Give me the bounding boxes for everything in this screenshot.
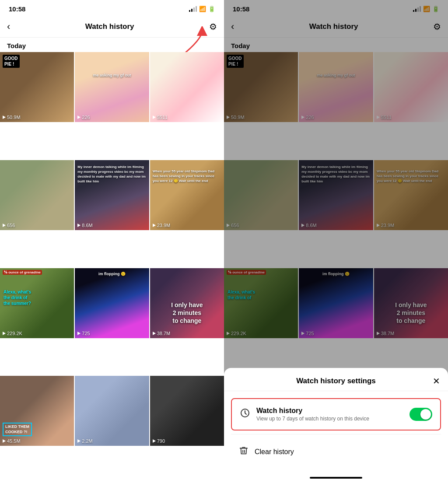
cyan-text-7: Alexa, what'sthe drink ofthe summer? xyxy=(4,289,31,306)
video-cell-9[interactable]: I only have2 minutesto change 38.7M xyxy=(150,268,224,338)
play-icon-1 xyxy=(3,116,6,119)
play-icon-9 xyxy=(153,332,156,335)
thumb-12 xyxy=(150,376,224,446)
modal-close-button[interactable]: ✕ xyxy=(433,377,440,385)
signal-icon-right xyxy=(413,6,421,12)
play-count-4: 656 xyxy=(3,223,15,228)
page-title-right: Watch history xyxy=(309,22,358,31)
top-badge-7: ⅔ ounce of grenadine xyxy=(3,270,42,275)
play-icon-11 xyxy=(77,439,80,443)
play-count-2: 226 xyxy=(77,115,90,120)
play-icon-5 xyxy=(77,224,80,227)
play-icon-7 xyxy=(3,332,6,335)
nav-header-left: ‹ Watch history ⚙ xyxy=(0,16,224,38)
play-icon-10 xyxy=(3,439,6,443)
clear-history-label: Clear history xyxy=(255,448,294,456)
play-count-1: 50.9M xyxy=(3,115,21,120)
video-cell-r9: I only have2 minutesto change 38.7M xyxy=(374,268,448,338)
toggle-knob xyxy=(420,409,431,420)
video-cell-3[interactable]: 5511 xyxy=(150,52,224,122)
thumb-10: LIKED THEMCOOKED ?! xyxy=(0,376,74,446)
modal-title: Watch history settings xyxy=(296,377,376,385)
video-cell-r8: im flopping 🙂 725 xyxy=(299,268,373,338)
play-count-8: 725 xyxy=(77,331,90,336)
video-cell-4[interactable]: 656 xyxy=(0,160,74,230)
play-icon-12 xyxy=(153,439,156,443)
thumb-11 xyxy=(75,376,149,446)
home-indicator xyxy=(310,477,362,479)
watch-history-settings-modal: Watch history settings ✕ Watch history V… xyxy=(224,368,448,483)
big-text-9: I only have2 minutesto change xyxy=(171,301,203,325)
back-button-right[interactable]: ‹ xyxy=(231,22,234,32)
signal-icon-left xyxy=(189,6,197,12)
gear-button-right[interactable]: ⚙ xyxy=(433,21,441,32)
thumb-3 xyxy=(150,52,224,122)
gear-button-left[interactable]: ⚙ xyxy=(209,21,217,32)
watch-history-text: Watch history View up to 7 days of watch… xyxy=(256,407,410,422)
play-icon-2 xyxy=(77,116,80,119)
thumb-6: When your 55 year old Stepmom Dad has be… xyxy=(150,160,224,230)
back-button-left[interactable]: ‹ xyxy=(7,22,10,32)
watch-history-toggle[interactable] xyxy=(410,408,432,421)
thumb-9: I only have2 minutesto change xyxy=(150,268,224,338)
modal-header: Watch history settings ✕ xyxy=(224,368,448,391)
play-count-11: 2.2M xyxy=(77,438,92,444)
nav-header-right: ‹ Watch history ⚙ xyxy=(224,16,448,38)
play-count-12: 790 xyxy=(153,438,165,444)
status-bar-right: 10:58 📶 🔋 xyxy=(224,0,448,16)
divider xyxy=(231,434,441,434)
left-phone-panel: 10:58 📶 🔋 ‹ Watch history ⚙ xyxy=(0,0,224,483)
thumb-1: GOODPIE ! xyxy=(0,52,74,122)
status-icons-left: 📶 🔋 xyxy=(189,6,215,12)
thumb-4 xyxy=(0,160,74,230)
video-cell-6[interactable]: When your 55 year old Stepmom Dad has be… xyxy=(150,160,224,230)
thumb-8: im flopping 🙂 xyxy=(75,268,149,338)
watch-history-sublabel: View up to 7 days of watch history on th… xyxy=(256,416,410,422)
wifi-icon-right: 📶 xyxy=(423,6,430,12)
play-count-3: 5511 xyxy=(153,115,168,120)
watch-history-label: Watch history xyxy=(256,407,410,415)
thumb-7: ⅔ ounce of grenadine Alexa, what'sthe dr… xyxy=(0,268,74,338)
clear-history-row[interactable]: Clear history xyxy=(231,438,441,466)
battery-icon-right: 🔋 xyxy=(432,6,439,12)
video-cell-7[interactable]: ⅔ ounce of grenadine Alexa, what'sthe dr… xyxy=(0,268,74,338)
video-cell-10[interactable]: LIKED THEMCOOKED ?! 45.5M xyxy=(0,376,74,446)
video-cell-11[interactable]: 2.2M xyxy=(75,376,149,446)
play-icon-3 xyxy=(153,116,156,119)
section-label-right: Today xyxy=(224,38,448,52)
watch-history-icon xyxy=(240,408,250,421)
right-phone-panel: 10:58 📶 🔋 ‹ Watch history ⚙ Today xyxy=(224,0,448,483)
play-count-5: 8.6M xyxy=(77,223,92,228)
status-bar-left: 10:58 📶 🔋 xyxy=(0,0,224,16)
video-cell-12[interactable]: 790 xyxy=(150,376,224,446)
video-cell-8[interactable]: im flopping 🙂 725 xyxy=(75,268,149,338)
status-icons-right: 📶 🔋 xyxy=(413,6,439,12)
video-cell-5[interactable]: My inner demon talking while im filming … xyxy=(75,160,149,230)
status-time-left: 10:58 xyxy=(9,5,25,13)
video-cell-r5: My inner demon talking while im filming … xyxy=(299,160,373,230)
battery-icon-left: 🔋 xyxy=(208,6,215,12)
play-count-6: 23.9M xyxy=(153,223,171,228)
wifi-icon-left: 📶 xyxy=(199,6,206,12)
section-label-left: Today xyxy=(0,38,224,52)
thumb-2: me asking my gf out xyxy=(75,52,149,122)
thumb-5: My inner demon talking while im filming … xyxy=(75,160,149,230)
overlay-5: My inner demon talking while im filming … xyxy=(77,164,146,184)
badge-1: GOODPIE ! xyxy=(3,55,20,68)
page-title-left: Watch history xyxy=(85,22,134,31)
video-cell-r2: me asking my gf out 226 xyxy=(299,52,373,122)
video-grid-left: GOODPIE ! 50.9M me asking my gf out 226 … xyxy=(0,52,224,483)
play-count-9: 38.7M xyxy=(153,331,171,336)
play-count-7: 229.2K xyxy=(3,331,22,336)
watch-history-row: Watch history View up to 7 days of watch… xyxy=(231,398,441,430)
play-count-10: 45.5M xyxy=(3,438,21,444)
clear-history-icon xyxy=(239,446,248,458)
video-cell-r6: When your 55 year old Stepmom Dad has be… xyxy=(374,160,448,230)
liked-badge-10: LIKED THEMCOOKED ?! xyxy=(3,423,32,436)
video-cell-r1: GOODPIE ! 50.9M xyxy=(224,52,298,122)
play-icon-6 xyxy=(153,224,156,227)
overlay-8: im flopping 🙂 xyxy=(79,272,145,276)
play-icon-8 xyxy=(77,332,80,335)
video-cell-2[interactable]: me asking my gf out 226 xyxy=(75,52,149,122)
video-cell-1[interactable]: GOODPIE ! 50.9M xyxy=(0,52,74,122)
